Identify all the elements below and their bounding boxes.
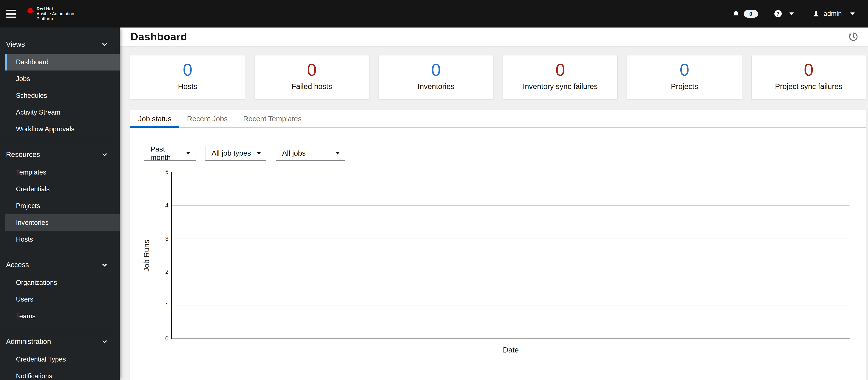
chevron-down-icon[interactable] [102, 151, 107, 157]
y-tick-5: 5 [158, 169, 168, 176]
masthead: Red Hat Ansible Automation Platform 0 ? … [0, 0, 868, 28]
sidebar-item-teams[interactable]: Teams [5, 308, 120, 324]
tab-job-status[interactable]: Job status [130, 110, 179, 127]
redhat-ansible-logo[interactable]: Red Hat Ansible Automation Platform [26, 6, 74, 21]
summary-card-value: 0 [555, 61, 565, 79]
user-menu: admin [813, 10, 855, 18]
summary-card-inventories[interactable]: 0 Inventories [379, 56, 493, 99]
y-tick-2: 2 [158, 269, 168, 275]
summary-card-project-sync-failures[interactable]: 0 Project sync failures [752, 56, 866, 99]
gridline-y-2 [172, 272, 850, 272]
main-area: Dashboard 0 Hosts 0 Failed hosts 0 Inven… [120, 28, 868, 380]
summary-card-label: Hosts [178, 82, 197, 91]
summary-card-label: Projects [671, 82, 698, 91]
tabs-bar: Job statusRecent JobsRecent Templates [130, 110, 866, 128]
sidebar-section-header[interactable]: Access [0, 255, 120, 274]
chevron-down-icon[interactable] [102, 41, 107, 46]
user-icon[interactable] [813, 10, 819, 18]
sidebar-section-views: Views DashboardJobsSchedulesActivity Str… [0, 35, 120, 141]
summary-card-value: 0 [183, 61, 192, 79]
filter-select-all-job-types[interactable]: All job types [205, 146, 267, 161]
summary-card-value: 0 [307, 61, 317, 79]
summary-card-hosts[interactable]: 0 Hosts [130, 56, 245, 99]
caret-down-icon [186, 152, 190, 154]
summary-card-label: Inventory sync failures [523, 82, 598, 91]
summary-card-value: 0 [680, 61, 689, 79]
gridline-y-3 [172, 239, 850, 239]
sidebar-item-templates[interactable]: Templates [5, 164, 120, 181]
summary-card-value: 0 [431, 61, 441, 79]
summary-card-inventory-sync-failures[interactable]: 0 Inventory sync failures [503, 56, 617, 99]
sidebar-item-credentials[interactable]: Credentials [5, 181, 120, 198]
sidebar-section-administration: Administration Credential TypesNotificat… [0, 330, 120, 380]
chart-filters: Past month All job types All jobs [144, 146, 866, 161]
y-tick-0: 0 [158, 335, 168, 342]
sidebar-item-schedules[interactable]: Schedules [5, 87, 120, 104]
redhat-hat-icon [26, 7, 34, 13]
page-title: Dashboard [130, 31, 187, 43]
y-tick-4: 4 [158, 202, 168, 209]
summary-card-failed-hosts[interactable]: 0 Failed hosts [254, 56, 369, 99]
question-circle-icon[interactable]: ? [774, 10, 782, 18]
sidebar-item-activity-stream[interactable]: Activity Stream [5, 104, 120, 121]
job-status-panel: Job statusRecent JobsRecent Templates Pa… [130, 110, 866, 380]
sidebar-item-credential-types[interactable]: Credential Types [5, 351, 120, 368]
summary-cards-row: 0 Hosts 0 Failed hosts 0 Inventories 0 I… [130, 56, 866, 99]
sidebar-section-header[interactable]: Views [0, 35, 120, 54]
caret-down-icon [336, 152, 340, 154]
chevron-down-icon[interactable] [102, 339, 107, 343]
caret-down-icon[interactable] [789, 12, 794, 15]
page-header: Dashboard [120, 28, 868, 46]
caret-down-icon [257, 152, 261, 154]
y-tick-1: 1 [158, 302, 168, 309]
sidebar-item-jobs[interactable]: Jobs [5, 70, 120, 87]
dashboard-content: 0 Hosts 0 Failed hosts 0 Inventories 0 I… [120, 46, 868, 380]
bell-icon[interactable] [733, 9, 740, 18]
y-tick-3: 3 [158, 235, 168, 242]
user-name[interactable]: admin [824, 10, 842, 18]
summary-card-label: Project sync failures [775, 82, 842, 91]
sidebar-item-organizations[interactable]: Organizations [5, 274, 120, 291]
tab-recent-templates[interactable]: Recent Templates [236, 110, 309, 127]
sidebar-section-resources: Resources TemplatesCredentialsProjectsIn… [0, 143, 120, 252]
sidebar-section-header[interactable]: Resources [0, 145, 120, 164]
y-axis-label: Job Runs [142, 240, 151, 272]
gridline-y-5 [172, 172, 850, 172]
logo-product-line2: Platform [37, 16, 74, 21]
summary-card-label: Failed hosts [291, 82, 332, 91]
filter-select-all-jobs[interactable]: All jobs [276, 146, 345, 161]
logo-brand: Red Hat [37, 6, 74, 11]
refresh-history-button[interactable] [848, 32, 859, 42]
job-runs-chart: Job Runs 012345 Date [130, 172, 866, 354]
sidebar-section-header[interactable]: Administration [0, 332, 120, 351]
help-menu: ? [774, 10, 794, 18]
x-axis-label: Date [171, 346, 850, 354]
sidebar-item-dashboard[interactable]: Dashboard [5, 54, 120, 70]
tab-recent-jobs[interactable]: Recent Jobs [179, 110, 236, 127]
sidebar-item-users[interactable]: Users [5, 291, 120, 308]
notification-count-badge[interactable]: 0 [744, 10, 758, 18]
sidebar-item-hosts[interactable]: Hosts [5, 231, 120, 248]
hamburger-menu-icon[interactable] [6, 10, 16, 18]
caret-down-icon[interactable] [850, 12, 855, 15]
sidebar-section-access: Access OrganizationsUsersTeams [0, 253, 120, 329]
logo-product-line1: Ansible Automation [37, 11, 74, 16]
summary-card-value: 0 [804, 61, 813, 79]
sidebar-nav: Views DashboardJobsSchedulesActivity Str… [0, 28, 120, 380]
sidebar-item-projects[interactable]: Projects [5, 198, 120, 214]
sidebar-item-workflow-approvals[interactable]: Workflow Approvals [5, 121, 120, 138]
gridline-y-4 [172, 205, 850, 206]
history-icon [848, 32, 858, 42]
gridline-y-1 [172, 305, 850, 305]
filter-select-past-month[interactable]: Past month [144, 146, 196, 161]
plot-area: 012345 [171, 172, 850, 339]
sidebar-item-notifications[interactable]: Notifications [5, 368, 120, 380]
summary-card-label: Inventories [417, 82, 455, 91]
sidebar-item-inventories[interactable]: Inventories [5, 214, 120, 231]
chevron-down-icon[interactable] [102, 262, 107, 267]
summary-card-projects[interactable]: 0 Projects [627, 56, 742, 99]
